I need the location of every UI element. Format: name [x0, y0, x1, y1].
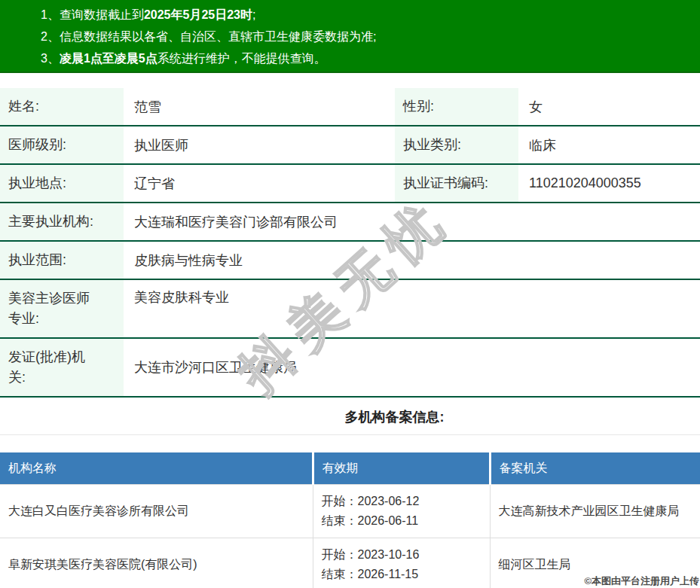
- notice-banner: 1、查询数据截止到2025年5月25日23时; 2、信息数据结果以各省、自治区、…: [0, 0, 700, 73]
- notice-line-1: 1、查询数据截止到2025年5月25日23时;: [41, 4, 685, 26]
- validity-end: 结束：2026-11-15: [322, 565, 485, 584]
- notice-number: 2、: [41, 30, 60, 43]
- table-row: 执业地点: 辽宁省 执业证书编码: 110210204000355: [0, 164, 700, 203]
- field-label-practice-location: 执业地点:: [0, 164, 124, 203]
- cell-institution-name: 阜新安琪美医疗美容医院(有限公司): [0, 538, 313, 588]
- practitioner-info-table: 姓名: 范雪 性别: 女 医师级别: 执业医师 执业类别: 临床 执业地点: 辽…: [0, 88, 700, 398]
- field-value-gender: 女: [518, 88, 700, 126]
- field-value-practice-category: 临床: [518, 126, 700, 164]
- field-label-issuing-authority: 发证(批准)机关:: [0, 338, 124, 397]
- table-row: 执业范围: 皮肤病与性病专业: [0, 241, 700, 279]
- notice-number: 1、: [41, 8, 60, 21]
- notice-text: 查询数据截止到: [60, 8, 144, 21]
- field-label-cosmetic-specialty: 美容主诊医师专业:: [0, 279, 124, 338]
- field-value-doctor-level: 执业医师: [124, 126, 395, 164]
- cell-filing-authority: 大连高新技术产业园区卫生健康局: [490, 485, 700, 538]
- divider: [0, 434, 700, 435]
- notice-number: 3、: [41, 52, 60, 65]
- cell-validity-period: 开始：2023-10-16 结束：2026-11-15: [313, 538, 490, 588]
- field-value-practice-location: 辽宁省: [124, 164, 395, 203]
- column-header-institution-name: 机构名称: [0, 452, 313, 485]
- table-row: 发证(批准)机关: 大连市沙河口区卫生健康局: [0, 338, 700, 397]
- table-row: 姓名: 范雪 性别: 女: [0, 88, 700, 126]
- section-title-multi-institution: 多机构备案信息:: [0, 409, 700, 425]
- table-row: 美容主诊医师专业: 美容皮肤科专业: [0, 279, 700, 338]
- table-header-row: 机构名称 有效期 备案机关: [0, 452, 700, 485]
- field-value-certificate-number: 110210204000355: [518, 164, 700, 203]
- table-row: 主要执业机构: 大连瑞和医疗美容门诊部有限公司: [0, 203, 700, 241]
- notice-text: 信息数据结果以各省、自治区、直辖市卫生健康委数据为准;: [60, 30, 376, 43]
- field-value-name: 范雪: [124, 88, 395, 126]
- table-row: 大连白又白医疗美容诊所有限公司 开始：2023-06-12 结束：2026-06…: [0, 485, 700, 538]
- cell-institution-name: 大连白又白医疗美容诊所有限公司: [0, 485, 313, 538]
- field-value-main-institution: 大连瑞和医疗美容门诊部有限公司: [124, 203, 700, 241]
- filing-table: 机构名称 有效期 备案机关 大连白又白医疗美容诊所有限公司 开始：2023-06…: [0, 452, 700, 588]
- field-value-cosmetic-specialty: 美容皮肤科专业: [124, 279, 700, 338]
- field-label-certificate-number: 执业证书编码:: [395, 164, 518, 203]
- field-label-main-institution: 主要执业机构:: [0, 203, 124, 241]
- table-row: 医师级别: 执业医师 执业类别: 临床: [0, 126, 700, 164]
- notice-line-2: 2、信息数据结果以各省、自治区、直辖市卫生健康委数据为准;: [41, 26, 685, 47]
- cell-validity-period: 开始：2023-06-12 结束：2026-06-11: [313, 485, 490, 538]
- field-label-doctor-level: 医师级别:: [0, 126, 124, 164]
- upload-credit-watermark: ©本图由平台注册用户上传: [584, 574, 699, 588]
- notice-text: 系统进行维护，不能提供查询。: [157, 52, 326, 65]
- field-label-name: 姓名:: [0, 88, 124, 126]
- notice-text: ;: [252, 8, 255, 21]
- notice-text-bold: 凌晨1点至凌晨5点: [60, 52, 157, 65]
- column-header-validity-period: 有效期: [313, 452, 490, 485]
- notice-text-bold: 2025年5月25日23时: [144, 8, 252, 21]
- field-label-practice-scope: 执业范围:: [0, 241, 124, 279]
- notice-line-3: 3、凌晨1点至凌晨5点系统进行维护，不能提供查询。: [41, 47, 685, 69]
- field-value-issuing-authority: 大连市沙河口区卫生健康局: [124, 338, 700, 397]
- field-label-gender: 性别:: [395, 88, 518, 126]
- field-label-practice-category: 执业类别:: [395, 126, 518, 164]
- validity-start: 开始：2023-10-16: [322, 545, 485, 565]
- field-value-practice-scope: 皮肤病与性病专业: [124, 241, 700, 279]
- column-header-filing-authority: 备案机关: [490, 452, 700, 485]
- validity-end: 结束：2026-06-11: [322, 511, 485, 531]
- validity-start: 开始：2023-06-12: [322, 492, 485, 511]
